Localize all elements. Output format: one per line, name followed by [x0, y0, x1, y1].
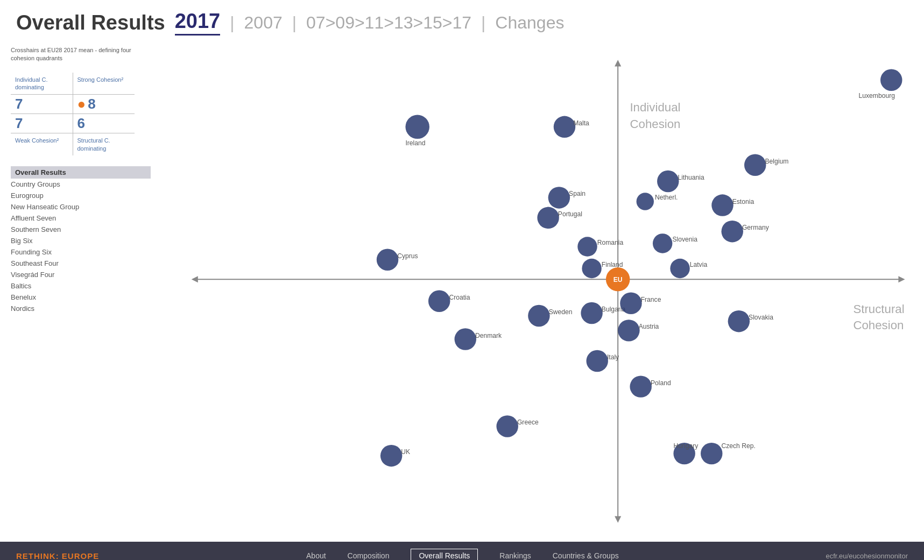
header-sep1: |: [230, 13, 234, 33]
nav-item-country-groups[interactable]: Country Groups: [11, 179, 151, 190]
quadrant-br-num: 6: [77, 115, 85, 131]
quadrant-bl-label: Weak Cohesion²: [15, 137, 68, 144]
nav-item-nordics[interactable]: Nordics: [11, 303, 151, 314]
country-label-denmark: Denmark: [475, 332, 502, 339]
country-dot-estonia[interactable]: [711, 194, 733, 216]
country-dot-luxembourg[interactable]: [880, 69, 902, 91]
country-dot-portugal[interactable]: [537, 207, 559, 229]
country-dot-belgium[interactable]: [744, 154, 766, 175]
left-panel: Crosshairs at EU28 2017 mean - defining …: [0, 41, 161, 542]
footer-nav-composition[interactable]: Composition: [348, 551, 390, 560]
country-label-estonia: Estonia: [732, 198, 754, 205]
country-label-greece: Greece: [517, 419, 539, 426]
country-dot-czech-rep[interactable]: [701, 443, 722, 464]
nav-item-founding-six[interactable]: Founding Six: [11, 246, 151, 258]
country-dot-latvia[interactable]: [670, 259, 689, 278]
axis-x-label-line1: Structural: [853, 302, 904, 316]
header-changes[interactable]: Changes: [495, 13, 564, 33]
header-sep3: |: [481, 13, 485, 33]
country-dot-finland[interactable]: [582, 259, 601, 278]
quadrant-tl-label: Individual C. dominating: [15, 76, 68, 91]
quadrant-tl: Individual C. dominating: [11, 73, 73, 95]
footer-brand-europe: EUROPE: [62, 551, 99, 561]
footer-brand: RETHINK: EUROPE: [16, 551, 99, 561]
country-dot-malta[interactable]: [554, 116, 575, 138]
country-label-slovakia: Slovakia: [749, 314, 773, 321]
country-dot-netherlands[interactable]: [637, 193, 654, 210]
nav-item-southern-seven[interactable]: Southern Seven: [11, 224, 151, 235]
country-label-austria: Austria: [639, 323, 659, 330]
nav-item-eurogroup[interactable]: Eurogroup: [11, 190, 151, 201]
nav-item-new-hanseatic[interactable]: New Hanseatic Group: [11, 201, 151, 212]
country-dot-denmark[interactable]: [455, 328, 476, 350]
scatter-chart: Structural Cohesion Individual Cohesion …: [161, 41, 924, 542]
country-dot-italy[interactable]: [586, 350, 608, 372]
nav-item-visegrad-four[interactable]: Visegrád Four: [11, 269, 151, 280]
country-label-sweden: Sweden: [549, 308, 573, 316]
country-label-luxembourg: Luxembourg: [859, 92, 895, 100]
main-content: Crosshairs at EU28 2017 mean - defining …: [0, 41, 924, 542]
country-dot-germany[interactable]: [721, 221, 743, 242]
country-dot-ireland[interactable]: [405, 115, 429, 139]
footer-nav-overall-results[interactable]: Overall Results: [411, 549, 478, 560]
svg-marker-2: [192, 276, 198, 282]
quadrant-bl: Weak Cohesion²: [11, 133, 73, 155]
header-title: Overall Results: [16, 11, 165, 34]
country-label-slovenia: Slovenia: [672, 236, 697, 243]
nav-item-big-six[interactable]: Big Six: [11, 235, 151, 246]
svg-marker-1: [898, 276, 905, 282]
country-label-belgium: Belgium: [765, 158, 788, 165]
quadrant-tr: Strong Cohesion²: [73, 73, 135, 95]
country-dot-spain[interactable]: [548, 187, 570, 208]
country-label-malta: Malta: [573, 119, 589, 127]
country-dot-lithuania[interactable]: [657, 171, 679, 192]
country-label-poland: Poland: [651, 379, 671, 387]
header-year-2007[interactable]: 2007: [244, 13, 283, 33]
country-label-croatia: Croatia: [449, 294, 470, 301]
nav-item-baltics[interactable]: Baltics: [11, 280, 151, 292]
country-dot-poland[interactable]: [630, 375, 651, 397]
country-label-spain: Spain: [569, 190, 586, 197]
footer-nav-countries-groups[interactable]: Countries & Groups: [553, 551, 619, 560]
page-header: Overall Results 2017 | 2007 | 07>09>11>1…: [0, 0, 924, 41]
country-label-italy: Italy: [607, 353, 619, 361]
axis-y-label-line1: Individual: [630, 101, 680, 114]
country-dot-greece[interactable]: [496, 415, 518, 437]
footer-nav-rankings[interactable]: Rankings: [499, 551, 531, 560]
country-dot-slovenia[interactable]: [653, 233, 672, 253]
country-label-cyprus: Cyprus: [397, 252, 418, 260]
footer-brand-rethink: RETHINK:: [16, 551, 62, 561]
country-dot-croatia[interactable]: [428, 290, 450, 311]
eu-center-label: EU: [613, 276, 623, 283]
nav-item-southeast-four[interactable]: Southeast Four: [11, 258, 151, 269]
header-range[interactable]: 07>09>11>13>15>17: [306, 13, 471, 33]
quadrant-br: Structural C. dominating: [73, 133, 135, 155]
quadrant-grid: Individual C. dominating Strong Cohesion…: [11, 73, 135, 155]
svg-marker-5: [615, 516, 621, 523]
chart-area: Structural Cohesion Individual Cohesion …: [161, 41, 924, 542]
country-dot-cyprus[interactable]: [377, 249, 398, 271]
country-label-uk: UK: [401, 448, 410, 456]
country-label-portugal: Portugal: [558, 210, 582, 218]
country-dot-slovakia[interactable]: [728, 310, 750, 332]
country-dot-sweden[interactable]: [528, 305, 549, 327]
header-year-active[interactable]: 2017: [175, 10, 221, 36]
nav-item-overall-results[interactable]: Overall Results: [11, 166, 151, 179]
quadrant-tl-num: 7: [15, 96, 23, 112]
country-dot-bulgaria[interactable]: [581, 302, 602, 324]
nav-item-affluent-seven[interactable]: Affluent Seven: [11, 212, 151, 224]
country-label-netherlands: Netherl.: [655, 194, 678, 201]
country-label-czech-rep: Czech Rep.: [721, 442, 755, 450]
country-dot-romania[interactable]: [577, 237, 597, 256]
country-label-lithuania: Lithuania: [678, 174, 704, 181]
quadrant-tr-num-orange: ●: [77, 96, 86, 112]
country-dot-austria[interactable]: [618, 320, 639, 341]
svg-marker-4: [615, 60, 621, 66]
country-dot-uk[interactable]: [380, 445, 402, 466]
country-label-germany: Germany: [742, 224, 770, 231]
country-dot-france[interactable]: [620, 293, 641, 314]
nav-item-benelux[interactable]: Benelux: [11, 292, 151, 303]
footer-nav-about[interactable]: About: [306, 551, 326, 560]
quadrant-tr-label: Strong Cohesion²: [77, 76, 131, 83]
country-label-finland: Finland: [602, 261, 623, 268]
